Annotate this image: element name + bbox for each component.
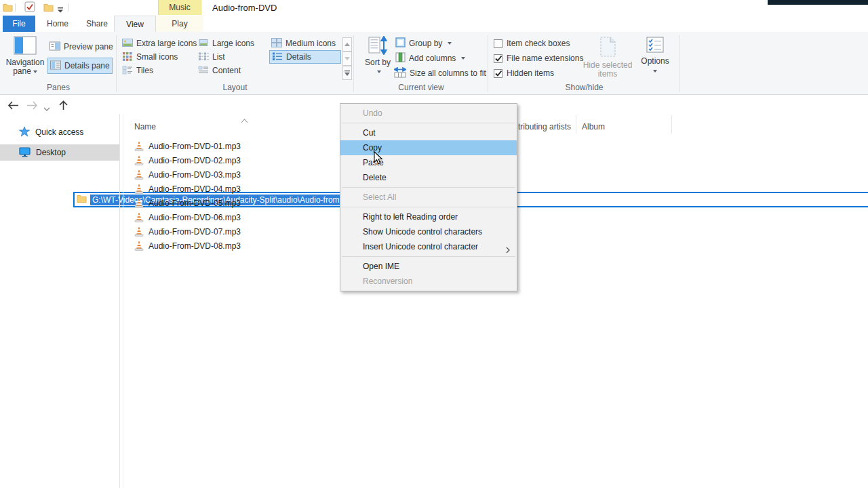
column-separator[interactable]: [671, 115, 672, 134]
layout-details[interactable]: Details: [269, 50, 341, 64]
options-label: Options: [636, 57, 674, 66]
group-label-panes: Panes: [0, 82, 117, 93]
file-row[interactable]: Audio-From-DVD-01.mp3: [123, 139, 241, 153]
menu-item-show-unicode-control-characters[interactable]: Show Unicode control characters: [340, 224, 517, 239]
menu-item-reconversion[interactable]: Reconversion: [340, 274, 517, 289]
layout-tiles[interactable]: Tiles: [120, 64, 195, 77]
checkbox-label: Item check boxes: [507, 39, 570, 48]
details-pane-icon: [50, 60, 61, 72]
menu-separator: [342, 256, 515, 257]
recent-locations-chevron-icon[interactable]: [43, 104, 50, 113]
submenu-arrow-icon: [506, 243, 510, 258]
file-row[interactable]: Audio-From-DVD-02.mp3: [123, 153, 241, 167]
add-columns-button[interactable]: Add columns: [393, 52, 467, 65]
size-all-columns-button[interactable]: Size all columns to fit: [392, 66, 488, 80]
layout-list[interactable]: List: [196, 50, 269, 64]
file-row[interactable]: Audio-From-DVD-08.mp3: [123, 239, 241, 253]
sort-by-button[interactable]: Sort by: [362, 36, 393, 83]
options-button[interactable]: Options: [636, 36, 674, 83]
ribbon: Navigation pane Preview pane Details pan…: [0, 32, 868, 95]
file-name-extensions-checkbox[interactable]: File name extensions: [494, 52, 583, 64]
menu-item-undo[interactable]: Undo: [340, 106, 517, 121]
tab-view[interactable]: View: [114, 16, 156, 32]
dropdown-arrow-icon: [377, 70, 381, 73]
menu-item-cut[interactable]: Cut: [340, 125, 517, 140]
file-row[interactable]: Audio-From-DVD-06.mp3: [123, 210, 241, 224]
file-name: Audio-From-DVD-01.mp3: [149, 142, 241, 151]
divider: [15, 3, 16, 12]
checkbox-unchecked-icon: [494, 39, 502, 48]
menu-item-open-ime[interactable]: Open IME: [340, 259, 517, 274]
file-name: Audio-From-DVD-03.mp3: [149, 170, 241, 180]
column-separator[interactable]: [576, 115, 576, 134]
star-icon: [19, 126, 30, 139]
column-header-name[interactable]: Name: [134, 122, 156, 131]
large-icons-icon: [198, 38, 209, 49]
folder-icon: [77, 194, 87, 205]
menu-separator: [342, 123, 515, 123]
group-separator: [116, 35, 117, 92]
file-row[interactable]: Audio-From-DVD-03.mp3: [123, 167, 241, 182]
details-pane-button[interactable]: Details pane: [47, 58, 113, 74]
hide-selected-items-label: Hide selected items: [580, 61, 635, 79]
menu-item-paste[interactable]: Paste: [340, 155, 517, 170]
vlc-cone-icon: [134, 155, 144, 166]
up-button[interactable]: [58, 100, 68, 113]
back-button[interactable]: [7, 100, 20, 113]
checkbox-label: File name extensions: [507, 54, 583, 63]
folder-icon[interactable]: [43, 3, 54, 14]
add-columns-label: Add columns: [409, 54, 456, 63]
layout-item-label: Details: [286, 52, 311, 62]
layout-content[interactable]: Content: [196, 64, 269, 77]
layout-medium-icons[interactable]: Medium icons: [269, 37, 341, 50]
tab-home[interactable]: Home: [35, 16, 80, 32]
layout-gallery-scroll-up[interactable]: [342, 37, 352, 52]
layout-item-label: Tiles: [136, 66, 153, 75]
preview-pane-icon: [50, 41, 60, 53]
layout-gallery-scroll-down[interactable]: [342, 52, 352, 66]
navigation-pane-label: Navigation pane: [6, 58, 45, 76]
hide-selected-items-button[interactable]: Hide selected items: [580, 36, 635, 83]
navigation-pane-button[interactable]: Navigation pane: [5, 36, 45, 83]
layout-small-icons[interactable]: Small icons: [120, 50, 195, 64]
group-by-button[interactable]: Group by: [393, 37, 454, 50]
layout-item-label: Extra large icons: [136, 39, 197, 48]
sidebar-item-desktop[interactable]: Desktop: [0, 144, 119, 161]
file-name: Audio-From-DVD-08.mp3: [149, 241, 241, 251]
tab-share[interactable]: Share: [80, 16, 114, 32]
divider: [68, 3, 68, 12]
file-row[interactable]: Audio-From-DVD-05.mp3: [123, 196, 241, 210]
column-header-album[interactable]: Album: [582, 122, 605, 131]
check-icon[interactable]: [24, 1, 36, 15]
hidden-items-checkbox[interactable]: Hidden items: [494, 67, 554, 79]
sidebar-item-quick-access[interactable]: Quick access: [19, 125, 83, 139]
menu-item-insert-unicode-control-character[interactable]: Insert Unicode control character: [340, 239, 517, 254]
layout-large-icons[interactable]: Large icons: [196, 37, 269, 50]
pane-divider[interactable]: [119, 114, 120, 488]
menu-item-copy[interactable]: Copy: [340, 140, 517, 155]
dropdown-arrow-icon: [653, 70, 657, 73]
folder-icon[interactable]: [3, 3, 13, 14]
forward-button[interactable]: [26, 100, 39, 113]
menu-item-select-all[interactable]: Select All: [340, 190, 517, 205]
file-name: Audio-From-DVD-06.mp3: [149, 213, 241, 222]
menu-item-delete[interactable]: Delete: [340, 170, 517, 185]
column-header-contributing-artists[interactable]: tributing artists: [518, 122, 571, 131]
tab-file[interactable]: File: [3, 16, 35, 32]
chevron-down-icon[interactable]: [57, 5, 64, 15]
item-check-boxes-checkbox[interactable]: Item check boxes: [494, 37, 570, 49]
dropdown-arrow-icon: [448, 42, 452, 45]
mouse-cursor: [374, 151, 383, 167]
tab-play[interactable]: Play: [156, 16, 203, 32]
add-columns-icon: [395, 52, 406, 64]
preview-pane-button[interactable]: Preview pane: [47, 39, 115, 54]
menu-item-rtl-reading-order[interactable]: Right to left Reading order: [340, 209, 517, 224]
size-all-columns-icon: [394, 67, 406, 80]
ribbon-tab-row: File Home Share View Play: [0, 16, 868, 32]
file-row[interactable]: Audio-From-DVD-04.mp3: [123, 182, 241, 196]
file-row[interactable]: Audio-From-DVD-07.mp3: [123, 224, 241, 239]
content-icon: [198, 65, 209, 77]
layout-extra-large-icons[interactable]: Extra large icons: [120, 37, 195, 50]
layout-gallery-more-button[interactable]: [342, 66, 352, 80]
extra-large-icons-icon: [122, 38, 133, 49]
